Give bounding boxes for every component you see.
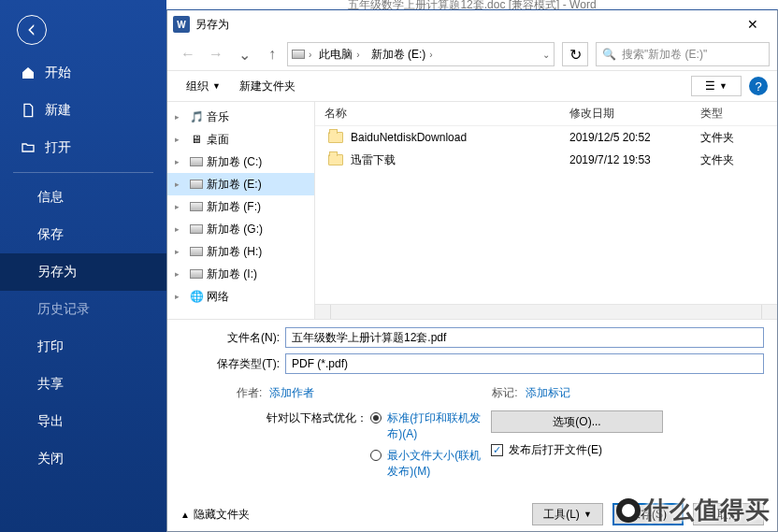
col-type[interactable]: 类型 xyxy=(691,106,777,122)
options-button[interactable]: 选项(O)... xyxy=(491,410,663,433)
filetype-select[interactable] xyxy=(285,353,764,374)
tree-node[interactable]: ▸新加卷 (F:) xyxy=(167,195,314,218)
backstage-new[interactable]: 新建 xyxy=(0,92,166,129)
nav-recent-button[interactable]: ⌄ xyxy=(231,42,257,66)
add-tag-link[interactable]: 添加标记 xyxy=(526,386,570,399)
file-row[interactable]: 迅雷下载2019/7/12 19:53文件夹 xyxy=(315,149,777,171)
backstage-save[interactable]: 保存 xyxy=(0,216,166,253)
breadcrumb[interactable]: › 此电脑› 新加卷 (E:)› ⌄ xyxy=(287,42,555,66)
filetype-label: 保存类型(T): xyxy=(180,356,285,372)
backstage-export[interactable]: 导出 xyxy=(0,403,166,440)
view-mode-button[interactable]: ☰ ▼ xyxy=(691,76,742,96)
tools-button[interactable]: 工具(L) ▼ xyxy=(532,503,603,525)
add-author-link[interactable]: 添加作者 xyxy=(269,386,314,399)
back-button[interactable] xyxy=(17,15,47,45)
dialog-title: 另存为 xyxy=(195,17,229,33)
save-as-dialog: W 另存为 ✕ ← → ⌄ ↑ › 此电脑› 新加卷 (E:)› ⌄ ↻ 🔍 搜… xyxy=(166,9,778,532)
optimize-label: 针对以下格式优化： xyxy=(194,410,367,426)
optimize-minimum-radio[interactable]: 最小文件大小(联机发布)(M) xyxy=(370,448,483,480)
author-label: 作者: xyxy=(237,386,262,399)
search-input[interactable]: 🔍 搜索"新加卷 (E:)" xyxy=(596,42,770,66)
backstage-share[interactable]: 共享 xyxy=(0,366,166,403)
open-after-publish-checkbox[interactable]: ✓发布后打开文件(E) xyxy=(491,442,764,458)
nav-back-button[interactable]: ← xyxy=(175,42,201,66)
backstage-saveas[interactable]: 另存为 xyxy=(0,253,166,291)
col-date[interactable]: 修改日期 xyxy=(560,106,691,122)
new-icon xyxy=(21,103,36,118)
save-button[interactable]: 保存(S) xyxy=(612,503,684,525)
tree-node[interactable]: ▸新加卷 (C:) xyxy=(167,151,314,173)
word-icon: W xyxy=(173,16,190,33)
backstage-open[interactable]: 打开 xyxy=(0,129,166,166)
tree-node[interactable]: ▸🎵音乐 xyxy=(167,106,314,128)
tree-node[interactable]: ▸新加卷 (G:) xyxy=(167,218,314,240)
filename-label: 文件名(N): xyxy=(180,330,285,346)
word-backstage-sidebar: 开始 新建 打开 信息 保存 另存为 历史记录 打印 共享 导出 关闭 xyxy=(0,0,166,532)
col-name[interactable]: 名称 xyxy=(315,106,560,122)
folder-tree: ▸🎵音乐▸🖥桌面▸新加卷 (C:)▸新加卷 (E:)▸新加卷 (F:)▸新加卷 … xyxy=(167,102,315,319)
backstage-print[interactable]: 打印 xyxy=(0,328,166,366)
home-icon xyxy=(21,65,36,80)
nav-forward-button[interactable]: → xyxy=(203,42,229,66)
open-icon xyxy=(21,140,36,155)
tree-node[interactable]: ▸🖥桌面 xyxy=(167,128,314,151)
refresh-button[interactable]: ↻ xyxy=(562,42,588,66)
app-titlebar: 五年级数学上册计算题12套.doc [兼容模式] - Word xyxy=(166,0,778,9)
backstage-close[interactable]: 关闭 xyxy=(0,440,166,478)
backstage-info[interactable]: 信息 xyxy=(0,179,166,216)
backstage-history[interactable]: 历史记录 xyxy=(0,291,166,328)
tree-node[interactable]: ▸🌐网络 xyxy=(167,285,314,308)
tree-node[interactable]: ▸新加卷 (H:) xyxy=(167,240,314,263)
breadcrumb-location: 新加卷 (E:)› xyxy=(367,47,437,63)
new-folder-button[interactable]: 新建文件夹 xyxy=(230,75,305,98)
filename-input[interactable] xyxy=(285,327,764,348)
optimize-standard-radio[interactable]: 标准(打印和联机发布)(A) xyxy=(370,410,483,442)
breadcrumb-device: 此电脑› xyxy=(315,47,363,63)
file-row[interactable]: BaiduNetdiskDownload2019/12/5 20:52文件夹 xyxy=(315,126,777,149)
tree-node[interactable]: ▸新加卷 (I:) xyxy=(167,263,314,285)
help-button[interactable]: ? xyxy=(749,77,768,95)
file-list: 名称 修改日期 类型 BaiduNetdiskDownload2019/12/5… xyxy=(315,102,777,319)
cancel-button[interactable]: 取消 xyxy=(693,503,764,525)
dialog-close-button[interactable]: ✕ xyxy=(734,10,771,38)
breadcrumb-dropdown-icon[interactable]: ⌄ xyxy=(542,50,550,60)
backstage-home[interactable]: 开始 xyxy=(0,54,166,92)
tree-node[interactable]: ▸新加卷 (E:) xyxy=(167,173,314,195)
hide-folders-button[interactable]: ▲ 隐藏文件夹 xyxy=(180,507,250,523)
nav-up-button[interactable]: ↑ xyxy=(259,42,285,66)
search-icon: 🔍 xyxy=(602,48,616,61)
drive-icon xyxy=(292,50,305,59)
horizontal-scrollbar[interactable] xyxy=(315,304,777,319)
tag-label: 标记: xyxy=(492,386,517,399)
organize-button[interactable]: 组织 ▼ xyxy=(177,75,230,98)
